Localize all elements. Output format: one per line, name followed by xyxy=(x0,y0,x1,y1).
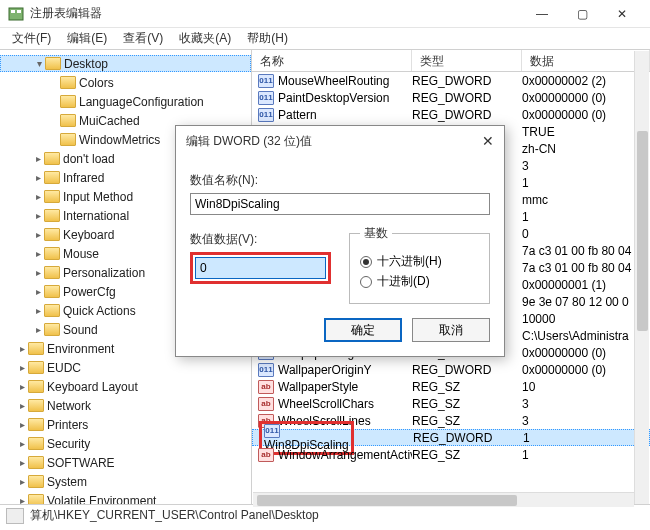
folder-icon xyxy=(60,76,76,89)
tree-twisty-icon[interactable]: ▸ xyxy=(16,343,28,354)
menu-file[interactable]: 文件(F) xyxy=(4,28,59,49)
value-name: Pattern xyxy=(278,108,317,122)
close-button[interactable]: ✕ xyxy=(602,2,642,26)
binary-value-icon: 011 xyxy=(258,108,274,122)
scrollbar-thumb[interactable] xyxy=(257,495,517,506)
tree-twisty-icon[interactable]: ▸ xyxy=(32,191,44,202)
folder-icon xyxy=(28,494,44,504)
col-data[interactable]: 数据 xyxy=(522,50,650,71)
value-data: 1 xyxy=(522,210,650,224)
tree-item[interactable]: ▸Printers xyxy=(0,416,251,433)
list-row[interactable]: abWindowArrangementActiveREG_SZ1 xyxy=(252,446,650,463)
tree-twisty-icon[interactable]: ▸ xyxy=(32,153,44,164)
ok-button[interactable]: 确定 xyxy=(324,318,402,342)
tree-label: Personalization xyxy=(63,266,145,280)
value-type: REG_SZ xyxy=(412,448,522,462)
tree-item[interactable]: ▸Keyboard Layout xyxy=(0,378,251,395)
maximize-button[interactable]: ▢ xyxy=(562,2,602,26)
tree-twisty-icon[interactable]: ▸ xyxy=(32,210,44,221)
tree-twisty-icon[interactable]: ▸ xyxy=(32,229,44,240)
radix-legend: 基数 xyxy=(360,225,392,242)
tree-twisty-icon[interactable]: ▸ xyxy=(16,476,28,487)
menu-edit[interactable]: 编辑(E) xyxy=(59,28,115,49)
folder-icon xyxy=(60,114,76,127)
radix-dec-option[interactable]: 十进制(D) xyxy=(360,273,479,290)
cancel-button[interactable]: 取消 xyxy=(412,318,490,342)
tree-twisty-icon[interactable]: ▸ xyxy=(32,324,44,335)
value-data: 9e 3e 07 80 12 00 0 xyxy=(522,295,650,309)
tree-twisty-icon[interactable]: ▸ xyxy=(16,438,28,449)
dialog-titlebar[interactable]: 编辑 DWORD (32 位)值 ✕ xyxy=(176,126,504,156)
value-data: 0 xyxy=(522,227,650,241)
scrollbar-thumb[interactable] xyxy=(637,131,648,331)
tree-item[interactable]: ▸System xyxy=(0,473,251,490)
tree-twisty-icon[interactable]: ▸ xyxy=(16,362,28,373)
value-data: 7a c3 01 00 fb 80 04 xyxy=(522,261,650,275)
tree-twisty-icon[interactable]: ▸ xyxy=(32,305,44,316)
value-data: 0x00000000 (0) xyxy=(522,91,650,105)
radix-hex-option[interactable]: 十六进制(H) xyxy=(360,253,479,270)
tree-label: Infrared xyxy=(63,171,104,185)
tree-twisty-icon[interactable]: ▸ xyxy=(16,400,28,411)
scrollbar-horizontal[interactable] xyxy=(253,492,634,507)
menu-favorites[interactable]: 收藏夹(A) xyxy=(171,28,239,49)
svg-rect-2 xyxy=(17,10,21,13)
folder-icon xyxy=(28,342,44,355)
list-row[interactable]: 011WallpaperOriginYREG_DWORD0x00000000 (… xyxy=(252,361,650,378)
value-data: 3 xyxy=(522,159,650,173)
value-name-label: 数值名称(N): xyxy=(190,172,490,189)
folder-icon xyxy=(44,304,60,317)
tree-twisty-icon[interactable]: ▾ xyxy=(33,58,45,69)
titlebar: 注册表编辑器 — ▢ ✕ xyxy=(0,0,650,28)
tree-label: LanguageConfiguration xyxy=(79,95,204,109)
dialog-close-icon[interactable]: ✕ xyxy=(482,133,494,149)
minimize-button[interactable]: — xyxy=(522,2,562,26)
menu-view[interactable]: 查看(V) xyxy=(115,28,171,49)
tree-item[interactable]: ▸Security xyxy=(0,435,251,452)
value-name-input[interactable] xyxy=(190,193,490,215)
tree-item[interactable]: ▾Desktop xyxy=(0,55,251,72)
tree-item[interactable]: Colors xyxy=(0,74,251,91)
list-row[interactable]: 011PatternREG_DWORD0x00000000 (0) xyxy=(252,106,650,123)
folder-icon xyxy=(44,247,60,260)
tree-twisty-icon[interactable]: ▸ xyxy=(16,495,28,504)
list-row[interactable]: abWheelScrollCharsREG_SZ3 xyxy=(252,395,650,412)
tree-twisty-icon[interactable]: ▸ xyxy=(32,267,44,278)
tree-label: Environment xyxy=(47,342,114,356)
value-data: zh-CN xyxy=(522,142,650,156)
value-data: 7a c3 01 00 fb 80 04 xyxy=(522,244,650,258)
folder-icon xyxy=(45,57,61,70)
tree-twisty-icon[interactable]: ▸ xyxy=(32,248,44,259)
col-type[interactable]: 类型 xyxy=(412,50,522,71)
tree-label: WindowMetrics xyxy=(79,133,160,147)
value-type: REG_SZ xyxy=(412,380,522,394)
list-row[interactable]: abWallpaperStyleREG_SZ10 xyxy=(252,378,650,395)
list-row[interactable]: 011PaintDesktopVersionREG_DWORD0x0000000… xyxy=(252,89,650,106)
tree-item[interactable]: LanguageConfiguration xyxy=(0,93,251,110)
list-row[interactable]: 011MouseWheelRoutingREG_DWORD0x00000002 … xyxy=(252,72,650,89)
tree-twisty-icon[interactable]: ▸ xyxy=(32,286,44,297)
col-name[interactable]: 名称 xyxy=(252,50,412,71)
list-row[interactable]: 011Win8DpiScalingREG_DWORD1 xyxy=(252,429,650,446)
window-title: 注册表编辑器 xyxy=(30,5,522,22)
list-header[interactable]: 名称 类型 数据 xyxy=(252,50,650,72)
tree-item[interactable]: ▸Network xyxy=(0,397,251,414)
value-type: REG_DWORD xyxy=(412,363,522,377)
tree-twisty-icon[interactable]: ▸ xyxy=(16,381,28,392)
tree-twisty-icon[interactable]: ▸ xyxy=(16,419,28,430)
value-data-input[interactable] xyxy=(195,257,326,279)
value-type: REG_SZ xyxy=(412,414,522,428)
scrollbar-vertical[interactable] xyxy=(634,51,649,504)
tree-twisty-icon[interactable]: ▸ xyxy=(16,457,28,468)
folder-icon xyxy=(60,133,76,146)
folder-icon xyxy=(44,152,60,165)
folder-icon xyxy=(44,228,60,241)
regedit-icon xyxy=(8,6,24,22)
tree-item[interactable]: ▸SOFTWARE xyxy=(0,454,251,471)
tree-item[interactable]: ▸Volatile Environment xyxy=(0,492,251,504)
tree-twisty-icon[interactable]: ▸ xyxy=(32,172,44,183)
radix-hex-label: 十六进制(H) xyxy=(377,253,442,270)
tree-item[interactable]: ▸EUDC xyxy=(0,359,251,376)
menu-help[interactable]: 帮助(H) xyxy=(239,28,296,49)
value-name: PaintDesktopVersion xyxy=(278,91,389,105)
